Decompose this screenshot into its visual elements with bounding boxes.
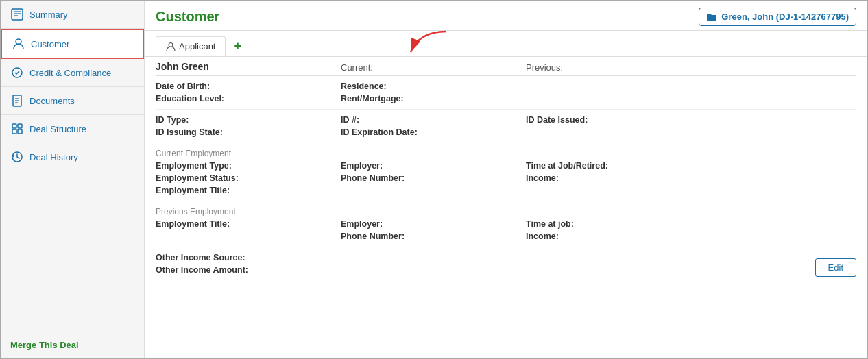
tab-applicant-label: Applicant xyxy=(179,41,215,51)
income-label: Income: xyxy=(526,173,711,183)
sidebar-item-label: Deal History xyxy=(29,152,78,162)
sidebar-item-deal-structure[interactable]: Deal Structure xyxy=(1,115,144,143)
applicant-tab-icon xyxy=(166,42,176,51)
sidebar-item-label: Customer xyxy=(31,39,69,49)
id-type-label: ID Type: xyxy=(156,115,341,125)
folder-icon xyxy=(706,12,717,22)
summary-icon xyxy=(10,8,24,21)
svg-rect-11 xyxy=(18,124,22,128)
tabs-area: Applicant + xyxy=(145,31,867,57)
id-col2: ID #: ID Expiration Date: xyxy=(341,115,526,137)
emp-title-label: Employment Title: xyxy=(156,186,341,195)
content-area: John Green Current: Previous: Date of Bi… xyxy=(145,57,867,358)
personal-col1: Date of Birth: Education Level: xyxy=(156,82,341,103)
documents-icon xyxy=(10,94,24,108)
id-issued-label: ID Date Issued: xyxy=(526,115,711,125)
credit-compliance-icon xyxy=(10,66,24,79)
main-window: Summary Customer Credit & Compliance xyxy=(0,0,868,359)
residence-label: Residence: xyxy=(341,82,526,91)
page-title: Customer xyxy=(156,9,219,25)
prev-emp-col3: Time at job: Income: xyxy=(526,219,711,241)
merge-deal-link[interactable]: Merge This Deal xyxy=(10,340,79,350)
customer-icon xyxy=(12,37,25,51)
prev-time-label: Time at job: xyxy=(526,219,711,229)
deal-structure-icon xyxy=(10,122,24,136)
id-col3: ID Date Issued: xyxy=(526,115,711,137)
prev-emp-title-label: Employment Title: xyxy=(156,219,341,229)
prev-employment-section-label: Previous Employment xyxy=(156,207,856,216)
phone-label: Phone Number: xyxy=(341,173,526,183)
curr-emp-col1: Employment Type: Employment Status: Empl… xyxy=(156,161,341,195)
other-income-col1: Other Income Source: Other Income Amount… xyxy=(156,253,248,275)
svg-rect-10 xyxy=(12,124,16,128)
sidebar-item-documents[interactable]: Documents xyxy=(1,87,144,115)
current-employment-section-label: Current Employment xyxy=(156,149,856,158)
prev-employer-label: Employer: xyxy=(341,219,526,229)
other-income-source-label: Other Income Source: xyxy=(156,253,248,262)
svg-rect-13 xyxy=(18,129,22,134)
edu-label: Education Level: xyxy=(156,94,341,103)
deal-badge-label: Green, John (DJ-1-142767795) xyxy=(721,12,849,22)
deal-badge: Green, John (DJ-1-142767795) xyxy=(699,8,856,26)
id-num-label: ID #: xyxy=(341,115,526,125)
prev-emp-col1: Employment Title: xyxy=(156,219,341,241)
edit-area: Edit xyxy=(815,253,856,277)
svg-rect-0 xyxy=(12,9,23,20)
sidebar: Summary Customer Credit & Compliance xyxy=(1,1,145,358)
sidebar-item-label: Summary xyxy=(29,10,68,20)
deal-history-icon xyxy=(10,150,24,164)
curr-emp-col3: Time at Job/Retired: Income: xyxy=(526,161,711,195)
prev-phone-label: Phone Number: xyxy=(341,232,526,241)
sidebar-item-credit-compliance[interactable]: Credit & Compliance xyxy=(1,59,144,87)
col-header-previous: Previous: xyxy=(526,61,711,73)
id-state-label: ID Issuing State: xyxy=(156,127,341,137)
time-at-job-label: Time at Job/Retired: xyxy=(526,161,711,171)
tab-applicant[interactable]: Applicant xyxy=(156,36,226,56)
id-exp-label: ID Expiration Date: xyxy=(341,127,526,137)
personal-col3 xyxy=(526,82,711,103)
prev-emp-col2: Employer: Phone Number: xyxy=(341,219,526,241)
sidebar-item-deal-history[interactable]: Deal History xyxy=(1,143,144,171)
rent-label: Rent/Mortgage: xyxy=(341,94,526,103)
prev-income-label: Income: xyxy=(526,232,711,241)
sidebar-item-customer[interactable]: Customer xyxy=(1,29,144,59)
dob-label: Date of Birth: xyxy=(156,82,341,91)
main-content: Customer Green, John (DJ-1-142767795) Ap… xyxy=(145,1,867,358)
col-header-current: Current: xyxy=(341,61,526,73)
sidebar-item-label: Deal Structure xyxy=(29,124,86,134)
sidebar-item-label: Credit & Compliance xyxy=(29,68,111,78)
sidebar-item-summary[interactable]: Summary xyxy=(1,1,144,29)
main-header: Customer Green, John (DJ-1-142767795) xyxy=(145,1,867,31)
curr-emp-col2: Employer: Phone Number: xyxy=(341,161,526,195)
emp-type-label: Employment Type: xyxy=(156,161,341,171)
employer-label: Employer: xyxy=(341,161,526,171)
other-income-amount-label: Other Income Amount: xyxy=(156,265,248,275)
add-tab-button[interactable]: + xyxy=(230,38,245,55)
svg-rect-12 xyxy=(12,129,16,134)
sidebar-bottom: Merge This Deal xyxy=(1,332,144,358)
emp-status-label: Employment Status: xyxy=(156,173,341,183)
edit-button[interactable]: Edit xyxy=(815,258,856,277)
personal-col2: Residence: Rent/Mortgage: xyxy=(341,82,526,103)
sidebar-item-label: Documents xyxy=(29,96,75,106)
applicant-name: John Green xyxy=(156,61,341,73)
id-col1: ID Type: ID Issuing State: xyxy=(156,115,341,137)
